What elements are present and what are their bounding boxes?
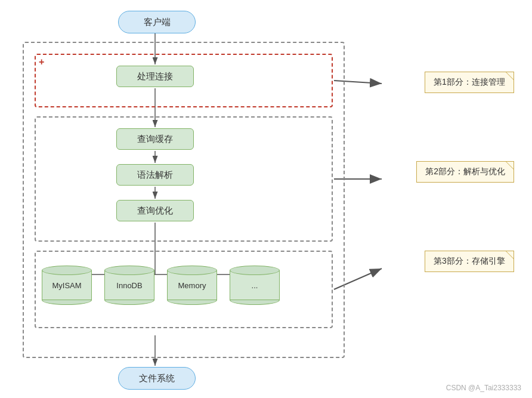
plus-icon: + <box>39 57 44 67</box>
query-opt-box: 查询优化 <box>116 200 194 221</box>
dots-label: ... <box>252 281 258 290</box>
memory-label: Memory <box>178 281 206 290</box>
client-node: 客户端 <box>118 11 196 33</box>
note-box-1: 第1部分：连接管理 <box>425 72 514 93</box>
myisam-cyl-top <box>42 266 92 275</box>
innodb-cylinder: InnoDB <box>104 266 154 305</box>
memory-cyl-top <box>167 266 217 275</box>
watermark: CSDN @A_Tai2333333 <box>446 384 521 392</box>
note-box-3: 第3部分：存储引擎 <box>425 251 514 272</box>
client-label: 客户端 <box>144 17 171 28</box>
handle-conn-label: 处理连接 <box>137 71 173 82</box>
query-cache-label: 查询缓存 <box>137 134 173 145</box>
note-1-label: 第1部分：连接管理 <box>434 77 505 87</box>
filesys-label: 文件系统 <box>139 373 175 384</box>
diagram-container: 客户端 + 处理连接 查询缓存 语法解析 查询优化 MyISAM InnoDB <box>0 0 532 398</box>
myisam-label: MyISAM <box>52 281 81 290</box>
note-box-2: 第2部分：解析与优化 <box>416 161 514 183</box>
myisam-cylinder: MyISAM <box>42 266 92 305</box>
note-2-label: 第2部分：解析与优化 <box>425 166 505 176</box>
syntax-parse-box: 语法解析 <box>116 164 194 186</box>
note-3-label: 第3部分：存储引擎 <box>434 256 505 266</box>
filesys-node: 文件系统 <box>118 367 196 390</box>
query-cache-box: 查询缓存 <box>116 128 194 150</box>
query-opt-label: 查询优化 <box>137 205 173 217</box>
handle-conn-box: 处理连接 <box>116 66 194 87</box>
innodb-cyl-top <box>104 266 154 275</box>
innodb-label: InnoDB <box>116 281 142 290</box>
dots-cylinder: ... <box>230 266 280 305</box>
memory-cylinder: Memory <box>167 266 217 305</box>
syntax-parse-label: 语法解析 <box>137 169 173 181</box>
dots-cyl-top <box>230 266 280 275</box>
